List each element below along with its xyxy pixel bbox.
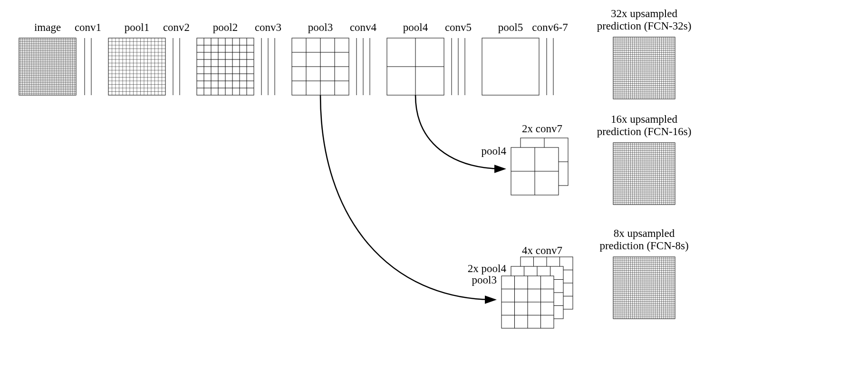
- fcn8-fusion: pool3 2x pool4 4x conv7: [468, 245, 573, 328]
- bot-pool3-label: pool3: [472, 274, 497, 286]
- bars-conv2: [173, 38, 180, 95]
- grid-pool4: [387, 38, 444, 95]
- bot-pool4-label: 2x pool4: [468, 263, 507, 274]
- mid-pool4-label: pool4: [482, 145, 507, 157]
- svg-rect-133: [482, 38, 539, 95]
- bot-conv7-label: 4x conv7: [522, 245, 562, 256]
- fcn8-grid: [613, 257, 675, 319]
- fcn8-label2: prediction (FCN-8s): [599, 240, 688, 252]
- fcn8-label1: 8x upsampled: [614, 227, 675, 239]
- arrow-pool4-to-fcn16: [415, 95, 504, 169]
- grid-pool1: [108, 38, 165, 95]
- fcn32-label2: prediction (FCN-32s): [597, 20, 692, 32]
- bars-conv3: [261, 38, 275, 95]
- label-conv2: conv2: [163, 21, 190, 33]
- fcn32-grid: [613, 37, 675, 99]
- label-pool1: pool1: [125, 21, 149, 33]
- label-conv5: conv5: [445, 21, 472, 33]
- encoder-row: imageconv1pool1conv2pool2conv3pool3conv4…: [19, 21, 568, 95]
- mid-conv7-label: 2x conv7: [522, 123, 562, 135]
- bars-conv1: [85, 38, 91, 95]
- label-conv1: conv1: [75, 21, 101, 33]
- fcn16-label2: prediction (FCN-16s): [597, 126, 692, 137]
- label-conv4: conv4: [350, 21, 377, 33]
- bars-conv4: [357, 38, 370, 95]
- fcn32-label1: 32x upsampled: [611, 8, 677, 20]
- fcn16-label1: 16x upsampled: [611, 113, 677, 125]
- grid-image: [19, 38, 76, 95]
- label-pool5: pool5: [498, 21, 523, 33]
- label-pool4: pool4: [403, 21, 428, 33]
- grid-pool2: [197, 38, 254, 95]
- label-conv67: conv6-7: [532, 21, 568, 33]
- fcn16-fusion: pool4 2x conv7: [482, 123, 568, 195]
- grid-pool5: [482, 38, 539, 95]
- fcn16-grid: [613, 143, 675, 205]
- grid-pool3: [292, 38, 349, 95]
- label-pool2: pool2: [213, 21, 238, 33]
- label-conv3: conv3: [255, 21, 281, 33]
- label-pool3: pool3: [308, 21, 333, 33]
- bars-conv5: [452, 38, 465, 95]
- bars-conv67: [547, 38, 553, 95]
- outputs-column: 32x upsampledprediction (FCN-32s)16x ups…: [597, 8, 692, 319]
- label-image: image: [34, 21, 61, 33]
